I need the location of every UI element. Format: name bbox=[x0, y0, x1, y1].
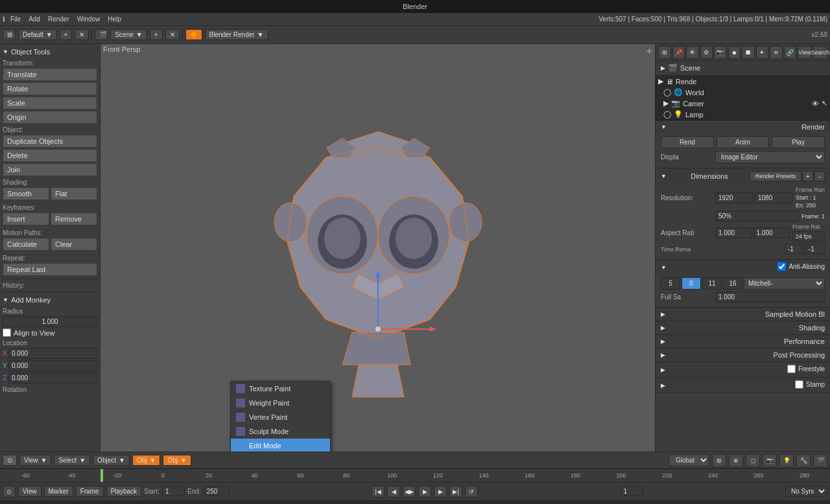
tl-frame-btn[interactable]: Frame bbox=[76, 486, 104, 497]
join-button[interactable]: Join bbox=[3, 163, 97, 176]
aa-16-input[interactable] bbox=[723, 277, 742, 290]
rp-eye-icon[interactable]: 👁 bbox=[686, 46, 699, 59]
rev-play-btn[interactable]: ◀▶ bbox=[403, 486, 416, 498]
loop-btn[interactable]: ↺ bbox=[465, 486, 478, 498]
rp-camera-icon[interactable]: 📷 bbox=[714, 46, 727, 59]
calculate-button[interactable]: Calculate bbox=[3, 238, 49, 251]
res-x-input[interactable] bbox=[715, 192, 753, 203]
dim-preset-btn[interactable]: Render Presets bbox=[750, 171, 801, 181]
current-frame-input[interactable] bbox=[621, 487, 643, 496]
dim-add-btn[interactable]: + bbox=[803, 171, 813, 181]
duplicate-objects-button[interactable]: Duplicate Objects bbox=[3, 135, 97, 148]
rp-pin-icon[interactable]: 📌 bbox=[672, 46, 685, 59]
context-menu-vertex-paint[interactable]: Vertex Paint bbox=[231, 410, 330, 424]
tree-camera[interactable]: ▶ 📷 Camer 👁 ↖ bbox=[656, 98, 830, 109]
layout-dropdown[interactable]: Default ▼ bbox=[18, 29, 57, 40]
camera-vp-icon[interactable]: 📷 bbox=[763, 454, 777, 467]
tree-world[interactable]: ◯ 🌐 World bbox=[656, 87, 830, 98]
flat-button[interactable]: Flat bbox=[51, 187, 97, 200]
menu-help[interactable]: Help bbox=[105, 16, 124, 23]
radius-input[interactable]: 1.000 bbox=[3, 316, 97, 327]
neg1b-input[interactable] bbox=[805, 244, 825, 255]
anti-aliasing-header[interactable]: Anti-Aliasing bbox=[656, 260, 830, 275]
rend-button[interactable]: Rend bbox=[661, 136, 714, 148]
obj-mode-badge1[interactable]: Obj ▼ bbox=[132, 455, 160, 466]
global-select[interactable]: Global bbox=[669, 454, 709, 466]
fps-input[interactable] bbox=[792, 231, 825, 242]
select-dropdown[interactable]: Select ▼ bbox=[54, 455, 90, 466]
grid-icon[interactable]: ⊞ bbox=[712, 454, 726, 467]
sampled-motion-header[interactable]: Sampled Motion Bl bbox=[656, 308, 830, 321]
tree-lamp[interactable]: ◯ 💡 Lamp bbox=[656, 109, 830, 120]
clear-button[interactable]: Clear bbox=[51, 238, 97, 251]
sync-select[interactable]: No Sync bbox=[785, 486, 827, 497]
stamp-header[interactable]: Stamp bbox=[656, 378, 830, 393]
rp-screen-icon[interactable]: ⊞ bbox=[658, 46, 671, 59]
delete-button[interactable]: Delete bbox=[3, 149, 97, 162]
sphere-icon[interactable]: ⊕ bbox=[729, 454, 743, 467]
start-input[interactable] bbox=[162, 487, 185, 496]
sa-value-input[interactable] bbox=[715, 292, 825, 303]
freestyle-header[interactable]: Freestyle bbox=[656, 362, 830, 377]
res-pct-input[interactable] bbox=[715, 211, 799, 222]
freestyle-checkbox[interactable] bbox=[787, 365, 796, 373]
neg1-input[interactable] bbox=[785, 244, 804, 255]
end-input[interactable] bbox=[204, 487, 230, 496]
rp-phys-icon[interactable]: ≋ bbox=[770, 46, 783, 59]
viewport-corner[interactable]: + bbox=[646, 45, 652, 57]
res-y-input[interactable] bbox=[755, 192, 793, 203]
aspect-x-input[interactable] bbox=[715, 227, 752, 238]
scene-close[interactable]: ✕ bbox=[165, 29, 180, 40]
aa-8-input[interactable] bbox=[682, 277, 701, 290]
translate-button[interactable]: Translate bbox=[3, 68, 97, 81]
tree-render[interactable]: ▶ 🖥 Rende bbox=[656, 76, 830, 87]
context-menu-edit-mode[interactable]: Edit Mode bbox=[231, 439, 330, 452]
shading-header-rp[interactable]: Shading bbox=[656, 321, 830, 334]
rp-con-icon[interactable]: 🔗 bbox=[784, 46, 797, 59]
display-select[interactable]: Image Editor bbox=[715, 151, 825, 163]
viewport[interactable]: Front Persp + bbox=[101, 44, 655, 452]
menu-add[interactable]: Add bbox=[26, 16, 43, 23]
rp-view-btn[interactable]: View bbox=[798, 46, 812, 59]
play-btn-tl[interactable]: ▶ bbox=[418, 486, 431, 498]
media-icon[interactable]: 🎬 bbox=[813, 454, 827, 467]
rp-gear-icon[interactable]: ⚙ bbox=[700, 46, 713, 59]
aa-5-input[interactable] bbox=[661, 277, 680, 290]
scale-button[interactable]: Scale bbox=[3, 97, 97, 109]
dimensions-header[interactable]: Dimensions Render Presets + - bbox=[656, 168, 830, 184]
tl-circle-btn[interactable]: ⊙ bbox=[3, 486, 16, 498]
anim-button[interactable]: Anim bbox=[717, 136, 770, 148]
aa-11-input[interactable] bbox=[702, 277, 722, 290]
origin-button[interactable]: Origin bbox=[3, 111, 97, 124]
rotate-button[interactable]: Rotate bbox=[3, 82, 97, 95]
performance-header[interactable]: Performance bbox=[656, 335, 830, 348]
align-to-view-checkbox[interactable] bbox=[3, 328, 11, 337]
play-button[interactable]: Play bbox=[772, 136, 825, 148]
jump-end-btn[interactable]: ▶| bbox=[449, 486, 462, 498]
context-menu-weight-paint[interactable]: Weight Paint bbox=[231, 396, 330, 410]
light-icon[interactable]: 💡 bbox=[779, 454, 794, 467]
layout-close[interactable]: ✕ bbox=[75, 29, 89, 40]
stamp-checkbox[interactable] bbox=[795, 380, 803, 389]
context-menu-texture-paint[interactable]: Texture Paint bbox=[231, 382, 330, 396]
rp-tex-icon[interactable]: 🔲 bbox=[742, 46, 755, 59]
tl-playback-btn[interactable]: Playback bbox=[106, 486, 142, 497]
loc-x-input[interactable] bbox=[8, 348, 97, 359]
dim-remove-btn[interactable]: - bbox=[814, 171, 825, 181]
layout-add[interactable]: + bbox=[60, 29, 73, 40]
menu-window[interactable]: Window bbox=[75, 16, 103, 23]
jump-start-btn[interactable]: |◀ bbox=[372, 486, 385, 498]
render-section-header[interactable]: Render bbox=[656, 120, 830, 133]
obj-mode-badge2[interactable]: Obj ▼ bbox=[163, 455, 191, 466]
menu-file[interactable]: File bbox=[8, 16, 23, 23]
scene-dropdown[interactable]: Scene ▼ bbox=[110, 29, 147, 40]
insert-button[interactable]: Insert bbox=[3, 212, 49, 225]
aspect-y-input[interactable] bbox=[753, 227, 790, 238]
scene-add[interactable]: + bbox=[150, 29, 163, 40]
aa-filter-select[interactable]: Mitchell- bbox=[744, 277, 825, 290]
smooth-button[interactable]: Smooth bbox=[3, 187, 49, 200]
mode-circle-btn[interactable]: ⊙ bbox=[3, 455, 17, 466]
remove-button[interactable]: Remove bbox=[51, 212, 97, 225]
context-menu-sculpt-mode[interactable]: Sculpt Mode bbox=[231, 424, 330, 439]
rp-part-icon[interactable]: ✦ bbox=[756, 46, 769, 59]
